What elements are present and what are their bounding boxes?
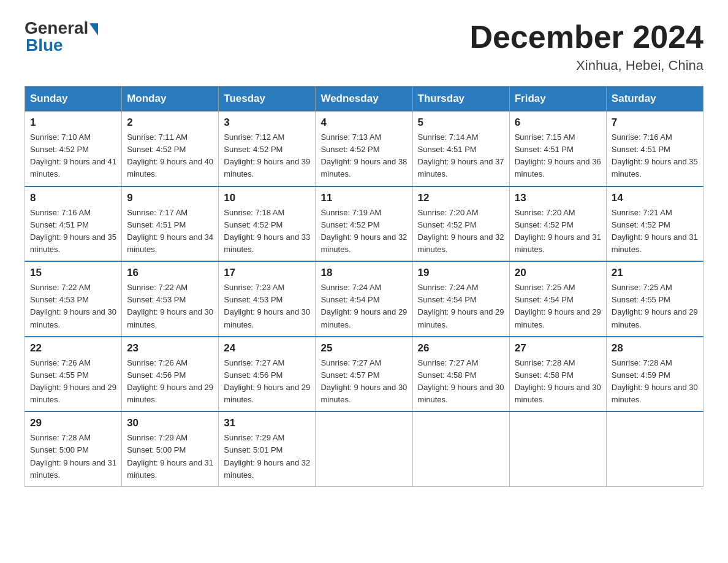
- calendar-cell: 21Sunrise: 7:25 AMSunset: 4:55 PMDayligh…: [606, 261, 703, 337]
- day-number: 2: [127, 117, 213, 129]
- day-info: Sunrise: 7:27 AMSunset: 4:58 PMDaylight:…: [418, 357, 504, 407]
- day-number: 7: [612, 117, 698, 129]
- day-number: 13: [515, 192, 601, 204]
- day-info: Sunrise: 7:14 AMSunset: 4:51 PMDaylight:…: [418, 131, 504, 181]
- calendar-cell: 5Sunrise: 7:14 AMSunset: 4:51 PMDaylight…: [412, 112, 509, 186]
- day-info: Sunrise: 7:29 AMSunset: 5:01 PMDaylight:…: [224, 432, 310, 481]
- col-header-thursday: Thursday: [412, 86, 509, 112]
- day-number: 12: [418, 192, 504, 204]
- day-number: 10: [224, 192, 310, 204]
- calendar-cell: 28Sunrise: 7:28 AMSunset: 4:59 PMDayligh…: [606, 337, 703, 412]
- day-number: 3: [224, 117, 310, 129]
- day-info: Sunrise: 7:24 AMSunset: 4:54 PMDaylight:…: [418, 282, 504, 331]
- day-number: 16: [127, 267, 213, 279]
- month-title: December 2024: [469, 18, 703, 55]
- calendar-cell: 20Sunrise: 7:25 AMSunset: 4:54 PMDayligh…: [509, 261, 606, 337]
- week-row-1: 1Sunrise: 7:10 AMSunset: 4:52 PMDaylight…: [25, 112, 703, 186]
- day-number: 21: [612, 267, 698, 279]
- day-info: Sunrise: 7:22 AMSunset: 4:53 PMDaylight:…: [30, 282, 116, 331]
- calendar-cell: 4Sunrise: 7:13 AMSunset: 4:52 PMDaylight…: [316, 112, 412, 186]
- day-number: 18: [320, 267, 407, 279]
- day-info: Sunrise: 7:10 AMSunset: 4:52 PMDaylight:…: [30, 131, 116, 181]
- day-info: Sunrise: 7:28 AMSunset: 5:00 PMDaylight:…: [30, 432, 116, 481]
- title-section: December 2024 Xinhua, Hebei, China: [469, 18, 703, 74]
- calendar-cell: 9Sunrise: 7:17 AMSunset: 4:51 PMDaylight…: [122, 186, 219, 262]
- week-row-4: 22Sunrise: 7:26 AMSunset: 4:55 PMDayligh…: [25, 337, 703, 412]
- col-header-wednesday: Wednesday: [316, 86, 412, 112]
- day-info: Sunrise: 7:25 AMSunset: 4:55 PMDaylight:…: [612, 282, 698, 331]
- day-number: 9: [127, 192, 213, 204]
- calendar-cell: [509, 412, 606, 486]
- calendar-cell: [412, 412, 509, 486]
- col-header-friday: Friday: [509, 86, 606, 112]
- logo: General Blue: [25, 18, 98, 55]
- calendar-cell: 7Sunrise: 7:16 AMSunset: 4:51 PMDaylight…: [606, 112, 703, 186]
- day-info: Sunrise: 7:11 AMSunset: 4:52 PMDaylight:…: [127, 131, 213, 181]
- week-row-5: 29Sunrise: 7:28 AMSunset: 5:00 PMDayligh…: [25, 412, 703, 486]
- day-number: 24: [224, 342, 310, 354]
- calendar-cell: 29Sunrise: 7:28 AMSunset: 5:00 PMDayligh…: [25, 412, 122, 486]
- day-info: Sunrise: 7:27 AMSunset: 4:56 PMDaylight:…: [224, 357, 310, 407]
- calendar-cell: 19Sunrise: 7:24 AMSunset: 4:54 PMDayligh…: [412, 261, 509, 337]
- day-info: Sunrise: 7:12 AMSunset: 4:52 PMDaylight:…: [224, 131, 310, 181]
- day-number: 4: [320, 117, 407, 129]
- calendar-cell: 13Sunrise: 7:20 AMSunset: 4:52 PMDayligh…: [509, 186, 606, 262]
- day-number: 17: [224, 267, 310, 279]
- page-header: General Blue December 2024 Xinhua, Hebei…: [25, 18, 703, 74]
- week-row-3: 15Sunrise: 7:22 AMSunset: 4:53 PMDayligh…: [25, 261, 703, 337]
- day-number: 31: [224, 417, 310, 429]
- day-number: 22: [30, 342, 116, 354]
- day-info: Sunrise: 7:20 AMSunset: 4:52 PMDaylight:…: [418, 207, 504, 256]
- day-info: Sunrise: 7:29 AMSunset: 5:00 PMDaylight:…: [127, 432, 213, 481]
- day-number: 5: [418, 117, 504, 129]
- calendar-cell: 23Sunrise: 7:26 AMSunset: 4:56 PMDayligh…: [122, 337, 219, 412]
- day-number: 8: [30, 192, 116, 204]
- calendar-cell: 24Sunrise: 7:27 AMSunset: 4:56 PMDayligh…: [219, 337, 316, 412]
- day-info: Sunrise: 7:15 AMSunset: 4:51 PMDaylight:…: [515, 131, 601, 181]
- day-info: Sunrise: 7:21 AMSunset: 4:52 PMDaylight:…: [612, 207, 698, 256]
- col-header-tuesday: Tuesday: [219, 86, 316, 112]
- day-number: 20: [515, 267, 601, 279]
- day-number: 23: [127, 342, 213, 354]
- day-info: Sunrise: 7:24 AMSunset: 4:54 PMDaylight:…: [320, 282, 407, 331]
- calendar-cell: 16Sunrise: 7:22 AMSunset: 4:53 PMDayligh…: [122, 261, 219, 337]
- calendar-cell: 15Sunrise: 7:22 AMSunset: 4:53 PMDayligh…: [25, 261, 122, 337]
- calendar-cell: 18Sunrise: 7:24 AMSunset: 4:54 PMDayligh…: [316, 261, 412, 337]
- calendar-cell: 17Sunrise: 7:23 AMSunset: 4:53 PMDayligh…: [219, 261, 316, 337]
- day-number: 26: [418, 342, 504, 354]
- day-number: 1: [30, 117, 116, 129]
- day-number: 25: [320, 342, 407, 354]
- col-header-monday: Monday: [122, 86, 219, 112]
- day-info: Sunrise: 7:13 AMSunset: 4:52 PMDaylight:…: [320, 131, 407, 181]
- day-number: 11: [320, 192, 407, 204]
- calendar-table: SundayMondayTuesdayWednesdayThursdayFrid…: [25, 86, 703, 487]
- day-number: 29: [30, 417, 116, 429]
- day-number: 6: [515, 117, 601, 129]
- day-info: Sunrise: 7:18 AMSunset: 4:52 PMDaylight:…: [224, 207, 310, 256]
- calendar-cell: 25Sunrise: 7:27 AMSunset: 4:57 PMDayligh…: [316, 337, 412, 412]
- day-info: Sunrise: 7:19 AMSunset: 4:52 PMDaylight:…: [320, 207, 407, 256]
- location-subtitle: Xinhua, Hebei, China: [469, 58, 703, 74]
- day-info: Sunrise: 7:20 AMSunset: 4:52 PMDaylight:…: [515, 207, 601, 256]
- day-number: 28: [612, 342, 698, 354]
- day-info: Sunrise: 7:28 AMSunset: 4:59 PMDaylight:…: [612, 357, 698, 407]
- day-info: Sunrise: 7:23 AMSunset: 4:53 PMDaylight:…: [224, 282, 310, 331]
- calendar-header-row: SundayMondayTuesdayWednesdayThursdayFrid…: [25, 86, 703, 112]
- day-number: 30: [127, 417, 213, 429]
- day-info: Sunrise: 7:26 AMSunset: 4:56 PMDaylight:…: [127, 357, 213, 407]
- calendar-cell: 10Sunrise: 7:18 AMSunset: 4:52 PMDayligh…: [219, 186, 316, 262]
- calendar-cell: 6Sunrise: 7:15 AMSunset: 4:51 PMDaylight…: [509, 112, 606, 186]
- day-number: 19: [418, 267, 504, 279]
- calendar-cell: 3Sunrise: 7:12 AMSunset: 4:52 PMDaylight…: [219, 112, 316, 186]
- col-header-sunday: Sunday: [25, 86, 122, 112]
- day-info: Sunrise: 7:26 AMSunset: 4:55 PMDaylight:…: [30, 357, 116, 407]
- day-info: Sunrise: 7:16 AMSunset: 4:51 PMDaylight:…: [612, 131, 698, 181]
- calendar-cell: [316, 412, 412, 486]
- calendar-cell: 11Sunrise: 7:19 AMSunset: 4:52 PMDayligh…: [316, 186, 412, 262]
- calendar-cell: 27Sunrise: 7:28 AMSunset: 4:58 PMDayligh…: [509, 337, 606, 412]
- calendar-cell: 26Sunrise: 7:27 AMSunset: 4:58 PMDayligh…: [412, 337, 509, 412]
- logo-arrow-icon: [89, 23, 98, 36]
- day-number: 14: [612, 192, 698, 204]
- calendar-cell: 31Sunrise: 7:29 AMSunset: 5:01 PMDayligh…: [219, 412, 316, 486]
- day-info: Sunrise: 7:28 AMSunset: 4:58 PMDaylight:…: [515, 357, 601, 407]
